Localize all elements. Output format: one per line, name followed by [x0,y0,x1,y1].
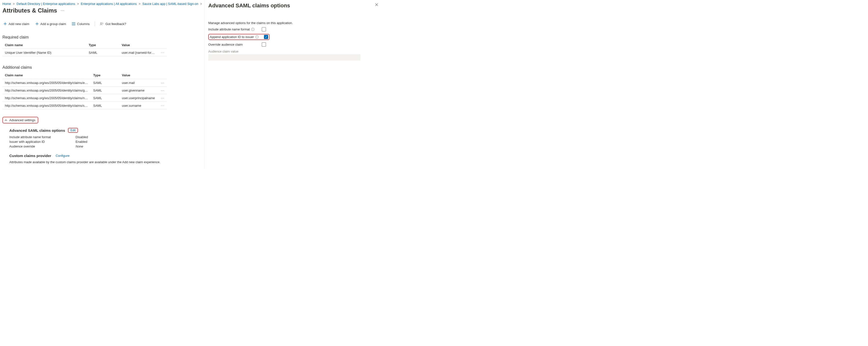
custom-claims-helper: Attributes made available by the custom … [9,160,202,164]
table-row[interactable]: http://schemas.xmlsoap.org/ws/2005/05/id… [2,79,167,87]
checkbox[interactable] [262,27,266,31]
audience-label: Audience claim value [208,50,379,53]
table-header-row: Claim name Type Value [2,41,167,49]
table-row[interactable]: http://schemas.xmlsoap.org/ws/2005/05/id… [2,94,167,102]
toolbar: Add new claim Add a group claim Columns … [2,21,202,26]
col-claim-name[interactable]: Claim name [2,72,91,79]
row-more-button[interactable]: ··· [161,103,164,107]
cell-type: SAML [91,87,120,94]
page-title-row: Attributes & Claims ··· [2,7,202,14]
breadcrumb: Home > Default Directory | Enterprise ap… [2,2,202,6]
breadcrumb-item[interactable]: Default Directory | Enterprise applicati… [17,2,75,6]
col-claim-name[interactable]: Claim name [2,41,86,49]
option-row: Include attribute name format i [208,27,266,31]
chevron-right-icon: > [200,2,202,6]
row-more-button[interactable]: ··· [161,88,164,92]
cell-claim-name: http://schemas.xmlsoap.org/ws/2005/05/id… [2,87,91,94]
cell-type: SAML [91,102,120,109]
cell-value: user.mail [nameid-forma… [119,49,157,57]
cell-value: user.userprincipalname [120,94,157,102]
kv-key: Audience override [9,145,71,148]
add-new-claim-button[interactable]: Add new claim [2,22,30,26]
row-more-button[interactable]: ··· [161,51,164,55]
add-group-claim-label: Add a group claim [40,22,66,26]
advanced-settings-label: Advanced settings [9,118,35,122]
feedback-label: Got feedback? [105,22,126,26]
cell-value: user.givenname [120,87,157,94]
breadcrumb-item[interactable]: Home [2,2,11,6]
close-button[interactable] [375,3,378,6]
svg-point-0 [100,23,102,24]
kv-value: Disabled [75,135,88,139]
kv-row: Audience override None [9,145,202,148]
advanced-saml-title: Advanced SAML claims options [9,128,65,132]
info-icon[interactable]: i [255,35,258,38]
chevron-right-icon: > [138,2,141,6]
advanced-settings-toggle[interactable]: Advanced settings [2,117,38,123]
kv-key: Include attribute name format [9,135,71,139]
additional-claims-heading: Additional claims [2,65,202,70]
table-header-row: Claim name Type Value [2,72,167,79]
close-icon [375,3,378,6]
option-label: Include attribute name format [208,28,250,31]
cell-claim-name: Unique User Identifier (Name ID) [2,49,86,57]
cell-type: SAML [91,79,120,87]
add-group-claim-button[interactable]: Add a group claim [34,22,67,26]
checkbox[interactable] [264,35,268,39]
kv-key: Issuer with application ID [9,140,71,144]
col-type[interactable]: Type [86,41,119,49]
option-label: Override audience claim [208,43,243,46]
chevron-right-icon: > [13,2,15,6]
info-icon[interactable]: i [251,28,254,31]
cell-value: user.mail [120,79,157,87]
audience-input [208,54,361,61]
checkbox[interactable] [262,42,266,46]
cell-claim-name: http://schemas.xmlsoap.org/ws/2005/05/id… [2,79,91,87]
option-label: Append application ID to issuer [210,35,254,39]
custom-claims-title: Custom claims provider [9,154,51,158]
breadcrumb-item[interactable]: Enterprise applications | All applicatio… [81,2,137,6]
columns-icon [72,22,75,25]
side-panel: Advanced SAML claims options Manage adva… [204,0,383,169]
plus-icon [35,22,39,26]
cell-claim-name: http://schemas.xmlsoap.org/ws/2005/05/id… [2,102,91,109]
page-title: Attributes & Claims [2,7,57,14]
advanced-settings-block: Advanced SAML claims options Edit Includ… [2,128,202,164]
col-value[interactable]: Value [120,72,157,79]
kv-value: None [75,145,83,148]
configure-link[interactable]: Configure [56,154,69,158]
columns-label: Columns [77,22,90,26]
cell-value: user.surname [120,102,157,109]
feedback-icon [100,22,104,26]
table-row[interactable]: http://schemas.xmlsoap.org/ws/2005/05/id… [2,102,167,109]
table-row[interactable]: Unique User Identifier (Name ID) SAML us… [2,49,167,57]
add-new-claim-label: Add new claim [8,22,29,26]
option-row-highlighted: Append application ID to issuer i [208,34,270,40]
breadcrumb-item[interactable]: Sauce Labs app | SAML-based Sign-on [142,2,198,6]
panel-title: Advanced SAML claims options [208,2,379,9]
required-claims-table: Claim name Type Value Unique User Identi… [2,41,167,57]
col-value[interactable]: Value [119,41,157,49]
option-row: Override audience claim [208,42,266,46]
edit-button[interactable]: Edit [68,128,78,133]
row-more-button[interactable]: ··· [161,96,164,100]
kv-value: Enabled [75,140,87,144]
row-more-button[interactable]: ··· [161,81,164,85]
toolbar-separator [95,21,95,26]
more-menu-button[interactable]: ··· [60,8,65,13]
cell-type: SAML [91,94,120,102]
cell-type: SAML [86,49,119,57]
plus-icon [3,22,7,26]
columns-button[interactable]: Columns [71,22,91,26]
feedback-button[interactable]: Got feedback? [99,22,127,26]
panel-description: Manage advanced options for the claims o… [208,21,379,25]
required-claim-heading: Required claim [2,35,202,39]
chevron-up-icon [4,119,7,122]
table-row[interactable]: http://schemas.xmlsoap.org/ws/2005/05/id… [2,87,167,94]
main-pane: Home > Default Directory | Enterprise ap… [0,0,204,169]
col-type[interactable]: Type [91,72,120,79]
cell-claim-name: http://schemas.xmlsoap.org/ws/2005/05/id… [2,94,91,102]
kv-row: Issuer with application ID Enabled [9,140,202,144]
chevron-right-icon: > [77,2,79,6]
additional-claims-table: Claim name Type Value http://schemas.xml… [2,72,167,109]
